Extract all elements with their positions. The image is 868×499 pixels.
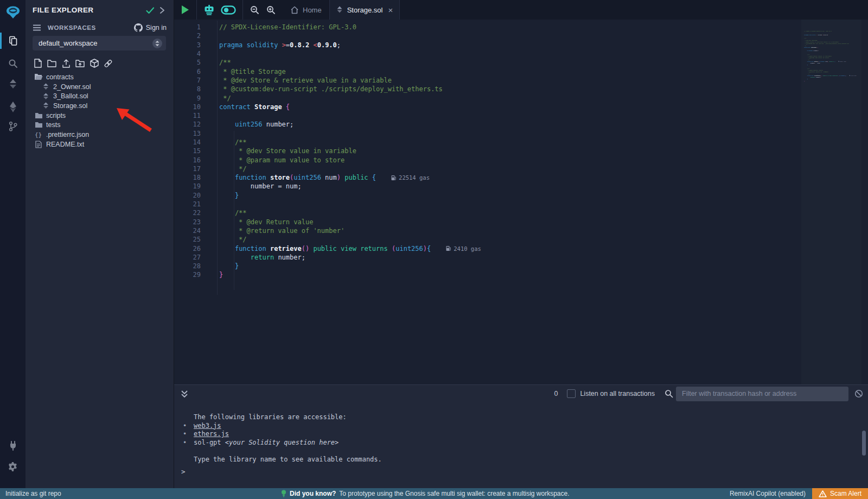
terminal-search-icon[interactable] [665,389,673,398]
clear-console-icon[interactable] [854,389,863,398]
lightbulb-icon [281,490,286,497]
gas-estimate-badge: 22514 gas [838,61,846,62]
listen-label[interactable]: Listen on all transactions [580,390,655,397]
upload-folder-icon[interactable] [75,59,85,68]
did-you-know-tip: Did you know? To prototype using the Gno… [281,490,570,497]
line-number: 3 [174,41,201,49]
gas-estimate-badge: 22514 gas [391,174,430,181]
code-line-12: 12 uint256 number; [174,120,797,129]
code-editor[interactable]: 1// SPDX-License-Identifier: GPL-3.023pr… [174,20,868,384]
file-tree: contracts2_Owner.sol3_Ballot.solStorage.… [25,72,174,149]
line-number: 29 [174,271,201,279]
chevron-right-icon[interactable] [159,7,165,14]
git-init-button[interactable]: Initialize as git repo [5,490,61,497]
ai-robot-icon[interactable] [203,4,215,16]
terminal-line: •web3.js [180,422,382,431]
terminal-prompt[interactable]: > [181,468,186,476]
line-number: 23 [174,218,201,226]
line-number: 8 [174,85,201,93]
listen-checkbox[interactable] [567,389,576,398]
code-line-3: 3pragma solidity >=0.8.2 <0.9.0; [174,41,797,49]
code-line-15: 15 * @dev Store value in variable [174,147,797,155]
tab-home[interactable]: Home [283,0,329,20]
new-folder-icon[interactable] [47,59,56,68]
folder-open-icon [34,73,43,80]
scam-alert-label: Scam Alert [830,490,861,497]
code-line-17: 17 */ [174,165,797,173]
status-bar: Initialize as git repo Did you know? To … [0,488,868,499]
code-line-27: 27 return number; [174,253,797,262]
tree-item-label: .prettierrc.json [46,131,89,138]
line-number: 12 [174,121,201,128]
workspace-select[interactable]: default_workspace [33,36,166,50]
terminal-line: Type the library name to see available c… [180,456,382,464]
transaction-filter-input[interactable] [676,387,848,401]
tab-storage-sol[interactable]: Storage.sol × [329,0,400,20]
upload-file-icon[interactable] [61,59,71,68]
tree-item-contracts[interactable]: contracts [25,72,174,82]
icon-rail [0,0,25,488]
main-area: Home Storage.sol × 1// SPDX-License-Iden… [174,0,868,488]
tree-item--prettierrc-json[interactable]: {}.prettierrc.json [25,130,174,140]
scam-alert-button[interactable]: Scam Alert [812,488,868,499]
terminal-link[interactable]: web3.js [194,422,221,429]
workspace-dropdown-icon[interactable] [152,39,162,48]
folder-icon [34,122,43,128]
hamburger-menu-icon[interactable] [33,24,41,31]
tree-item-tests[interactable]: tests [25,120,174,130]
collapse-terminal-icon[interactable] [181,390,188,398]
code-line-14: 14 /** [174,138,797,147]
gas-estimate-badge: 2410 gas [850,75,857,76]
zoom-in-icon[interactable] [266,5,276,15]
tab-home-label: Home [303,6,322,14]
code-line-16: 16 * @param num value to store [174,155,797,164]
git-tab[interactable] [0,117,25,136]
line-number: 5 [174,59,201,66]
zoom-out-icon[interactable] [250,5,259,15]
close-tab-icon[interactable]: × [388,5,393,15]
line-number: 14 [174,138,201,146]
code-line-8: 8 * @custom:dev-run-script ./scripts/dep… [174,85,797,93]
tree-item-storage-sol[interactable]: Storage.sol [25,101,174,111]
code-line-11: 11 [174,111,797,120]
terminal-link[interactable]: ethers.js [194,430,229,438]
terminal-line: •sol-gpt <your Solidity question here> [180,439,382,447]
code-line-21: 21 [174,200,797,209]
gas-estimate-badge: 2410 gas [446,245,481,252]
solidity-compiler-tab[interactable] [0,75,25,93]
ipfs-box-icon[interactable] [90,59,99,68]
minimap[interactable]: 1// SPDX-License-Identifier: GPL-3.023pr… [801,20,861,384]
panel-title: FILE EXPLORER [33,6,93,14]
new-file-icon[interactable] [33,59,42,68]
remix-ide-window: FILE EXPLORER WORKSPACES Sign in default… [0,0,868,499]
ai-copilot-toggle[interactable] [221,5,236,15]
terminal-scrollbar[interactable] [862,431,866,456]
terminal-line: The following libraries are accessible: [180,413,382,422]
plugin-manager-tab[interactable] [0,437,25,455]
line-number: 20 [174,192,201,199]
code-line-24: 24 * @return value of 'number' [174,226,797,235]
tree-item-scripts[interactable]: scripts [25,111,174,121]
code-line-25: 25 */ [174,235,797,244]
tree-item-readme-txt[interactable]: README.txt [25,140,174,149]
code-line-2: 2 [174,31,797,40]
line-number: 16 [174,156,201,164]
code-lines: 1// SPDX-License-Identifier: GPL-3.023pr… [174,23,797,280]
search-tab[interactable] [0,54,25,73]
remix-logo-icon[interactable] [0,3,25,22]
link-icon[interactable] [104,59,113,68]
terminal-line: •ethers.js [180,430,382,439]
deploy-run-tab[interactable] [0,98,25,116]
file-explorer-tab[interactable] [0,31,25,50]
code-line-13: 13 [174,129,797,138]
line-number: 1 [174,23,201,31]
tree-item-label: contracts [46,73,74,81]
sign-in-button[interactable]: Sign in [134,23,167,32]
tree-item-2-owner-sol[interactable]: 2_Owner.sol [25,82,174,92]
run-script-button[interactable] [174,0,196,20]
file-explorer-panel: FILE EXPLORER WORKSPACES Sign in default… [25,0,174,488]
tree-item-3-ballot-sol[interactable]: 3_Ballot.sol [25,91,174,101]
tree-item-label: scripts [46,112,66,119]
workspace-name: default_workspace [39,39,97,47]
settings-tab[interactable] [0,457,25,476]
